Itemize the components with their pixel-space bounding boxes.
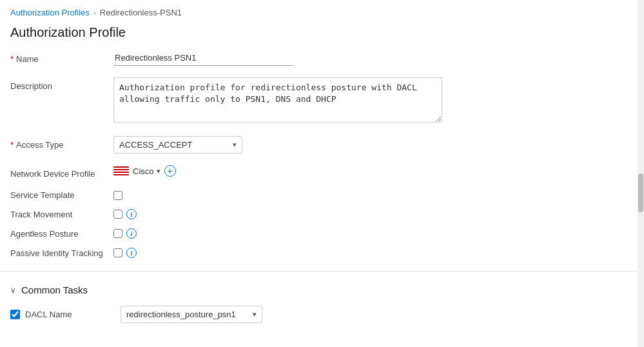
dacl-select-wrapper[interactable]: redirectionless_posture_psn1 ▾ bbox=[121, 306, 262, 323]
network-device-label: Network Device Profile bbox=[10, 165, 113, 179]
agentless-posture-checkbox-area: i bbox=[113, 228, 137, 239]
dacl-checkbox[interactable] bbox=[10, 310, 20, 319]
access-type-required-star: * bbox=[10, 140, 14, 150]
common-tasks-title: Common Tasks bbox=[21, 284, 88, 295]
common-tasks-header[interactable]: ∨ Common Tasks bbox=[0, 284, 644, 295]
breadcrumb-separator: › bbox=[93, 8, 96, 17]
section-divider bbox=[0, 271, 644, 272]
scrollbar[interactable] bbox=[638, 0, 644, 347]
description-label: Description bbox=[10, 77, 113, 91]
cisco-logo-icon bbox=[113, 166, 129, 175]
name-required-star: * bbox=[10, 54, 14, 64]
dacl-name-label: DACL Name bbox=[25, 310, 115, 319]
service-template-checkbox[interactable] bbox=[113, 191, 122, 200]
agentless-posture-label: Agentless Posture bbox=[10, 229, 113, 239]
cisco-device-chevron-icon: ▾ bbox=[157, 167, 161, 175]
name-input[interactable] bbox=[113, 50, 294, 66]
description-control-area: Authorization profile for redirectionles… bbox=[113, 77, 634, 124]
name-label: *Name bbox=[10, 50, 113, 64]
track-movement-checkbox[interactable] bbox=[113, 210, 122, 219]
passive-identity-row: Passive Identity Tracking i bbox=[10, 248, 634, 258]
access-type-control-area: ACCESS_ACCEPT ACCESS_REJECT ▾ bbox=[113, 136, 634, 154]
agentless-posture-checkbox[interactable] bbox=[113, 229, 122, 238]
description-row: Description Authorization profile for re… bbox=[10, 77, 634, 124]
track-movement-label: Track Movement bbox=[10, 210, 113, 219]
passive-identity-label: Passive Identity Tracking bbox=[10, 248, 113, 258]
access-type-select[interactable]: ACCESS_ACCEPT ACCESS_REJECT bbox=[119, 140, 237, 150]
network-device-controls: Cisco ▾ + bbox=[113, 165, 634, 177]
dacl-row: DACL Name redirectionless_posture_psn1 ▾ bbox=[10, 306, 634, 323]
agentless-posture-info-icon[interactable]: i bbox=[126, 228, 137, 239]
network-device-control-area: Cisco ▾ + bbox=[113, 165, 634, 177]
name-control-area bbox=[113, 50, 634, 66]
access-type-row: *Access Type ACCESS_ACCEPT ACCESS_REJECT… bbox=[10, 136, 634, 154]
breadcrumb-parent-link[interactable]: Authorization Profiles bbox=[10, 8, 90, 17]
passive-identity-checkbox[interactable] bbox=[113, 248, 122, 257]
passive-identity-info-icon[interactable]: i bbox=[126, 248, 137, 258]
description-textarea[interactable]: Authorization profile for redirectionles… bbox=[113, 77, 442, 123]
track-movement-checkbox-area: i bbox=[113, 209, 137, 219]
dacl-select[interactable]: redirectionless_posture_psn1 bbox=[126, 310, 257, 319]
form-section: *Name Description Authorization profile … bbox=[0, 50, 644, 258]
breadcrumb-current: Redirectionless-PSN1 bbox=[100, 8, 182, 17]
breadcrumb: Authorization Profiles › Redirectionless… bbox=[0, 0, 644, 23]
cisco-device-name: Cisco bbox=[133, 166, 154, 176]
agentless-posture-row: Agentless Posture i bbox=[10, 228, 634, 239]
service-template-row: Service Template bbox=[10, 190, 634, 200]
common-tasks-collapse-icon: ∨ bbox=[10, 286, 16, 295]
access-type-select-wrapper[interactable]: ACCESS_ACCEPT ACCESS_REJECT ▾ bbox=[113, 136, 242, 154]
cisco-device-select[interactable]: Cisco ▾ bbox=[133, 166, 161, 176]
track-movement-row: Track Movement i bbox=[10, 209, 634, 219]
add-device-button[interactable]: + bbox=[164, 165, 176, 177]
track-movement-info-icon[interactable]: i bbox=[126, 209, 137, 219]
access-type-label: *Access Type bbox=[10, 136, 113, 150]
service-template-checkbox-area bbox=[113, 191, 122, 200]
network-device-row: Network Device Profile Cisco ▾ + bbox=[10, 165, 634, 179]
passive-identity-checkbox-area: i bbox=[113, 248, 137, 258]
name-row: *Name bbox=[10, 50, 634, 66]
service-template-label: Service Template bbox=[10, 190, 113, 200]
page-title: Authorization Profile bbox=[0, 23, 644, 50]
common-tasks-section: DACL Name redirectionless_posture_psn1 ▾ bbox=[0, 306, 644, 323]
scrollbar-thumb[interactable] bbox=[638, 174, 643, 212]
